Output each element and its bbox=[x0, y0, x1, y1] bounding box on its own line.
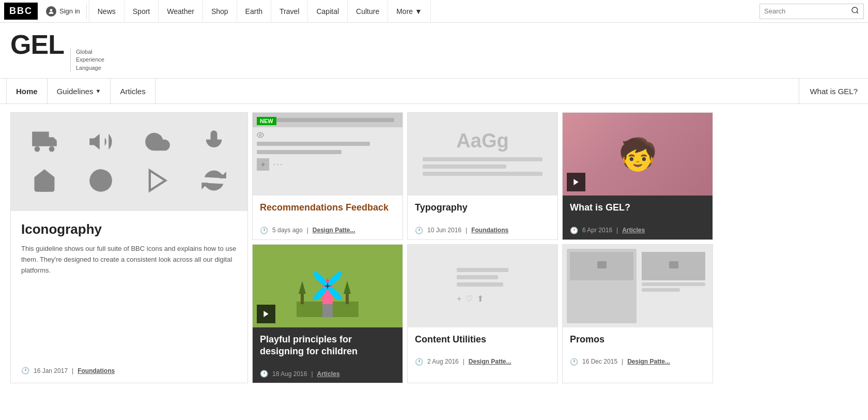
nav-travel[interactable]: Travel bbox=[271, 0, 308, 23]
clock-icon: 🕐 bbox=[260, 370, 268, 378]
nav-earth[interactable]: Earth bbox=[237, 0, 271, 23]
sub-nav-items: Home Guidelines ▼ Articles bbox=[6, 79, 799, 103]
svg-marker-13 bbox=[264, 311, 268, 317]
recommendations-date: 5 days ago bbox=[272, 227, 303, 234]
cloud-share-icon bbox=[144, 128, 171, 157]
guidelines-chevron-icon: ▼ bbox=[96, 88, 101, 94]
search-input[interactable] bbox=[764, 7, 851, 15]
svg-marker-5 bbox=[90, 134, 100, 149]
featured-footer: 🕐 16 Jan 2017 | Foundations bbox=[21, 367, 237, 374]
promos-category[interactable]: Design Patte... bbox=[627, 358, 670, 365]
featured-category[interactable]: Foundations bbox=[78, 367, 115, 374]
cards-grid: Iconography This guideline shows our ful… bbox=[10, 112, 713, 383]
card-promos[interactable]: Promos 🕐 16 Dec 2015 | Design Patte... bbox=[562, 244, 713, 384]
featured-description: This guideline shows our full suite of B… bbox=[21, 244, 237, 358]
recommendations-title: Recommendations Feedback bbox=[260, 202, 395, 214]
nav-news[interactable]: News bbox=[89, 0, 125, 23]
football-icon bbox=[87, 167, 114, 196]
svg-point-0 bbox=[50, 9, 53, 11]
bbc-logo-text: BBC bbox=[4, 3, 38, 20]
gel-logo[interactable]: GEL Global Experience Language bbox=[10, 31, 104, 72]
svg-rect-27 bbox=[322, 304, 333, 317]
card-recommendations[interactable]: NEW + ··· bbox=[252, 112, 403, 239]
iconography-icons bbox=[11, 113, 247, 211]
playful-footer: 🕐 18 Aug 2016 | Articles bbox=[260, 370, 395, 378]
refresh-icon bbox=[200, 167, 227, 196]
svg-point-11 bbox=[259, 134, 261, 136]
subnav-home[interactable]: Home bbox=[6, 79, 48, 103]
gel-header: GEL Global Experience Language bbox=[0, 23, 868, 79]
microphone-icon bbox=[200, 128, 227, 157]
promos-image bbox=[563, 245, 712, 327]
card-content-utilities[interactable]: + ♡ ⬆ Content Utilities 🕐 2 Aug 2016 | D… bbox=[407, 244, 558, 384]
clock-icon: 🕐 bbox=[570, 358, 578, 366]
featured-date: 16 Jan 2017 bbox=[34, 367, 68, 374]
subnav-guidelines[interactable]: Guidelines ▼ bbox=[48, 79, 111, 103]
content-utilities-date: 2 Aug 2016 bbox=[427, 358, 459, 365]
search-box[interactable] bbox=[760, 4, 864, 19]
clock-icon: 🕐 bbox=[21, 367, 29, 374]
content-utilities-title: Content Utilities bbox=[415, 334, 550, 346]
search-icon[interactable] bbox=[851, 6, 859, 16]
playful-image bbox=[253, 245, 402, 327]
what-is-gel-date: 6 Apr 2016 bbox=[582, 227, 612, 234]
share-icon: ⬆ bbox=[477, 294, 484, 304]
nav-links: News Sport Weather Shop Earth Travel Cap… bbox=[89, 0, 755, 23]
new-badge: NEW bbox=[257, 117, 276, 125]
promos-footer: 🕐 16 Dec 2015 | Design Patte... bbox=[570, 358, 705, 366]
recommendations-category[interactable]: Design Patte... bbox=[313, 227, 355, 234]
what-is-gel-footer: 🕐 6 Apr 2016 | Articles bbox=[570, 227, 705, 234]
recommendations-body: Recommendations Feedback 🕐 5 days ago | … bbox=[253, 196, 402, 239]
nav-sport[interactable]: Sport bbox=[125, 0, 159, 23]
svg-point-3 bbox=[34, 146, 40, 152]
typography-body: Typography 🕐 10 Jun 2016 | Foundations bbox=[408, 196, 557, 239]
card-what-is-gel[interactable]: 🧒 What is GEL? 🕐 6 Apr 2016 | Articles bbox=[562, 112, 713, 239]
speaker-icon bbox=[87, 128, 114, 157]
playful-body: Playful principles for designing for chi… bbox=[253, 327, 402, 383]
nav-shop[interactable]: Shop bbox=[203, 0, 237, 23]
typography-date: 10 Jun 2016 bbox=[427, 227, 461, 234]
subnav-articles[interactable]: Articles bbox=[111, 79, 155, 103]
subnav-what-is-gel[interactable]: What is GEL? bbox=[799, 79, 868, 103]
card-playful[interactable]: Playful principles for designing for chi… bbox=[252, 244, 403, 384]
bbc-logo[interactable]: BBC bbox=[4, 3, 38, 20]
clock-icon: 🕐 bbox=[415, 227, 423, 234]
typography-footer: 🕐 10 Jun 2016 | Foundations bbox=[415, 227, 550, 234]
clock-icon: 🕐 bbox=[260, 227, 268, 234]
svg-rect-28 bbox=[597, 261, 607, 268]
typography-image: AaGg bbox=[408, 113, 557, 196]
promos-body: Promos 🕐 16 Dec 2015 | Design Patte... bbox=[563, 327, 712, 383]
nav-culture[interactable]: Culture bbox=[348, 0, 388, 23]
nav-weather[interactable]: Weather bbox=[159, 0, 203, 23]
sign-in-label: Sign in bbox=[59, 7, 80, 15]
play-button[interactable] bbox=[567, 173, 585, 191]
clock-icon: 🕐 bbox=[570, 227, 578, 234]
svg-rect-29 bbox=[669, 261, 678, 268]
sign-in-button[interactable]: Sign in bbox=[46, 6, 80, 17]
play-button[interactable] bbox=[257, 305, 275, 323]
what-is-gel-category[interactable]: Articles bbox=[622, 227, 645, 234]
playful-category[interactable]: Articles bbox=[317, 370, 340, 378]
gel-logo-text: GEL bbox=[10, 31, 64, 58]
top-navigation: BBC Sign in News Sport Weather Shop Eart… bbox=[0, 0, 868, 23]
what-is-gel-title: What is GEL? bbox=[570, 202, 705, 214]
add-icon: + bbox=[457, 294, 461, 304]
svg-line-2 bbox=[857, 12, 858, 13]
nav-more[interactable]: More ▼ bbox=[388, 0, 431, 23]
what-is-gel-body: What is GEL? 🕐 6 Apr 2016 | Articles bbox=[563, 196, 712, 239]
promos-date: 16 Dec 2015 bbox=[582, 358, 617, 365]
svg-rect-18 bbox=[346, 294, 349, 304]
svg-point-1 bbox=[852, 7, 858, 13]
mock-browser: NEW + ··· bbox=[253, 113, 402, 196]
content-utilities-category[interactable]: Design Patte... bbox=[469, 358, 512, 365]
svg-marker-12 bbox=[574, 179, 578, 185]
playful-date: 18 Aug 2016 bbox=[272, 370, 307, 378]
typography-category[interactable]: Foundations bbox=[471, 227, 508, 234]
playful-title: Playful principles for designing for chi… bbox=[260, 334, 395, 358]
card-typography[interactable]: AaGg Typography 🕐 10 Jun 2016 | Foundati… bbox=[407, 112, 558, 239]
featured-card-iconography[interactable]: Iconography This guideline shows our ful… bbox=[10, 112, 248, 383]
typo-sample: AaGg bbox=[456, 130, 508, 152]
truck-icon bbox=[31, 128, 58, 157]
nav-capital[interactable]: Capital bbox=[308, 0, 348, 23]
recommendations-footer: 🕐 5 days ago | Design Patte... bbox=[260, 227, 395, 234]
